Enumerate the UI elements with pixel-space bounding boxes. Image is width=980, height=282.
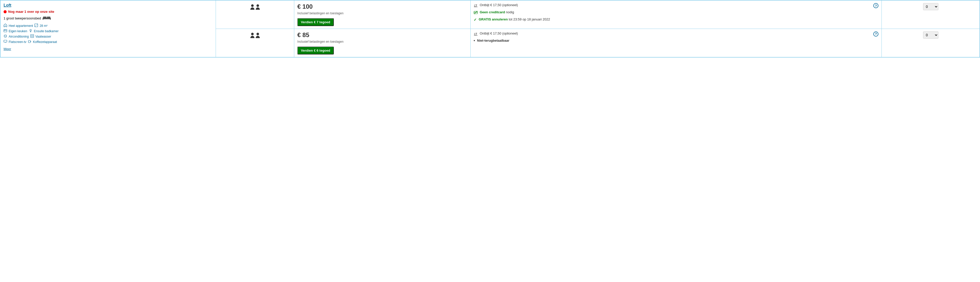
person-icon-2 [256,4,260,10]
shower-icon [29,29,32,33]
conditions-list-row2: Ontbijt € 17,50 (optioneel) • Niet-terug… [474,32,872,45]
person-icon-3 [250,32,255,38]
breakfast-icon-row2 [474,32,478,37]
non-refund-condition-row2: • Niet-terugbetaalbaar [474,38,872,43]
breakfast-condition-row1: Ontbijt € 17,50 (optioneel) [474,3,872,8]
price-note-row1: Inclusief belastingen en toeslagen [298,11,467,16]
availability-badge: Nog maar 1 over op onze site [3,10,213,14]
coffee-icon [28,40,32,44]
no-cc-text-row1: Geen creditcard nodig [480,10,514,14]
price-cell-row2: € 85 Inclusief belastingen en toeslagen … [294,29,471,57]
breakfast-condition-row2: Ontbijt € 17,50 (optioneel) [474,32,872,37]
non-refund-text-row2: Niet-terugbetaalbaar [477,38,509,42]
tv-icon [3,40,7,44]
guests-cell-row1 [216,0,294,29]
area-icon [35,24,38,28]
svg-rect-15 [30,35,34,38]
bullet-icon-row2: • [474,38,475,43]
svg-rect-22 [474,6,477,7]
house-icon [3,24,7,28]
no-cc-suffix-row1: nodig [505,10,514,14]
breakfast-icon-row1 [474,3,478,8]
svg-rect-2 [47,17,50,18]
svg-point-11 [30,29,32,31]
earn-button-row1[interactable]: Verdien € 7 tegoed [298,18,334,26]
free-cancel-green-row1: GRATIS annuleren [479,18,508,21]
free-cancel-condition-row1: ✓ GRATIS annuleren tot 23:59 op 18 janua… [474,18,872,22]
svg-point-9 [4,30,5,30]
conditions-inner-row2: Ontbijt € 17,50 (optioneel) • Niet-terug… [474,32,879,45]
help-icon-row2[interactable]: ? [873,32,878,37]
kitchen-icon [3,29,7,33]
room-info-cell: Loft Nog maar 1 over op onze site 1 groo… [0,0,216,57]
amenity-label-apartment: Heel appartement [9,24,33,27]
svg-point-20 [251,4,254,7]
amenity-label-coffee: Koffiezetapparaat [33,40,57,44]
price-cell-row1: € 100 Inclusief belastingen en toeslagen… [294,0,471,29]
dishwasher-icon [30,34,34,38]
svg-rect-4 [50,19,51,20]
svg-line-25 [474,11,477,14]
bed-label: 1 groot tweepersoonsbed [3,16,41,20]
meer-link[interactable]: Meer [3,47,11,51]
earn-button-row2[interactable]: Verdien € 6 tegoed [298,46,334,54]
help-icon-row1[interactable]: ? [873,3,878,8]
svg-rect-3 [43,19,43,20]
select-cell-row1: 0 1 2 3 4 5 [882,0,980,29]
amenity-label-kitchen: Eigen keuken [9,29,27,33]
svg-rect-1 [43,17,46,18]
free-cancel-suffix-row1: tot 23:59 op 18 januari 2022 [508,18,550,21]
svg-point-26 [251,33,254,35]
price-note-row2: Inclusief belastingen en toeslagen [298,40,467,44]
conditions-cell-row2: Ontbijt € 17,50 (optioneel) • Niet-terug… [470,29,882,57]
price-amount-row1: € 100 [298,3,467,10]
svg-point-21 [256,4,259,7]
svg-point-27 [256,33,259,35]
amenity-row-1: Heel appartement 28 m² [3,24,213,28]
amenity-label-ac: Airconditioning [9,35,29,38]
person-icon-4 [256,32,260,38]
select-dropdown-row2[interactable]: 0 1 2 3 4 5 [923,32,939,38]
ac-icon [3,34,7,38]
bed-info: 1 groot tweepersoonsbed [3,16,213,21]
amenities: Heel appartement 28 m² [3,24,213,44]
breakfast-text-row1: Ontbijt € 17,50 (optioneel) [480,3,518,7]
guests-cell-row2 [216,29,294,57]
svg-rect-17 [4,40,7,42]
bed-icon [43,16,51,21]
free-cancel-text-row1: GRATIS annuleren tot 23:59 op 18 januari… [479,18,550,21]
svg-line-6 [35,24,38,27]
amenity-label-tv: Flatscreen-tv [9,40,26,44]
amenity-label-bathroom: Ensuite badkamer [34,29,59,33]
availability-text: Nog maar 1 over op onze site [8,10,54,14]
checkmark-icon-row1: ✓ [474,18,477,22]
guest-icons-row2 [219,32,291,38]
amenity-row-2: Eigen keuken Ensuite badkamer [3,29,213,33]
svg-point-16 [32,35,33,37]
svg-point-10 [5,30,6,30]
svg-rect-28 [474,35,477,35]
select-dropdown-row1[interactable]: 0 1 2 3 4 5 [923,3,939,10]
amenity-label-dishwasher: Vaatwasser [35,35,51,38]
price-amount-row2: € 85 [298,32,467,38]
no-cc-green-row1: Geen creditcard [480,10,505,14]
conditions-cell-row1: Ontbijt € 17,50 (optioneel) [470,0,882,29]
amenity-row-4: Flatscreen-tv Koffiezetapparaat [3,40,213,44]
no-cc-icon-row1 [474,11,478,15]
room-title[interactable]: Loft [3,3,213,8]
conditions-list-row1: Ontbijt € 17,50 (optioneel) [474,3,872,24]
conditions-inner-row1: Ontbijt € 17,50 (optioneel) [474,3,879,24]
person-icon-1 [250,4,255,10]
no-cc-condition-row1: Geen creditcard nodig [474,10,872,15]
select-cell-row2: 0 1 2 3 4 5 [882,29,980,57]
amenity-row-3: Airconditioning Vaatwasser [3,34,213,38]
amenity-label-size: 28 m² [40,24,48,27]
red-dot [3,10,6,13]
guest-icons-row1 [219,4,291,10]
breakfast-text-row2: Ontbijt € 17,50 (optioneel) [480,32,518,35]
